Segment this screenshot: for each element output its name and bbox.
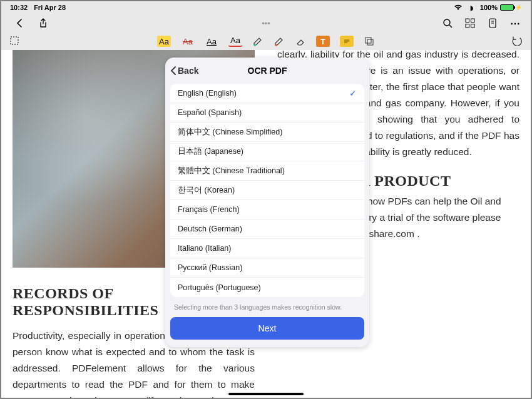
svg-rect-6 (11, 37, 18, 44)
lang-option-japanese[interactable]: 日本語 (Japanese) (170, 142, 364, 161)
back-icon[interactable] (14, 18, 25, 29)
lang-option-russian[interactable]: Русский (Russian) (170, 258, 364, 278)
language-list[interactable]: English (English)✓ Español (Spanish) 简体中… (170, 84, 364, 297)
svg-rect-8 (367, 39, 373, 45)
marker-red-icon[interactable] (274, 36, 285, 47)
check-icon: ✓ (349, 88, 357, 98)
battery-percent: 100% (480, 4, 498, 11)
wifi-icon (453, 2, 464, 13)
charging-icon: ⚡ (515, 4, 522, 11)
lang-option-korean[interactable]: 한국어 (Korean) (170, 181, 364, 200)
more-icon[interactable]: ⋯ (509, 18, 521, 29)
lang-option-german[interactable]: Deutsch (German) (170, 220, 364, 239)
svg-rect-3 (466, 24, 469, 28)
modal-header: Back OCR PDF (165, 58, 369, 84)
share-icon[interactable] (38, 18, 49, 29)
svg-point-0 (444, 19, 450, 26)
lang-option-spanish[interactable]: Español (Spanish) (170, 103, 364, 123)
status-time: 10:32 (10, 4, 28, 11)
lang-option-italian[interactable]: Italiano (Italian) (170, 239, 364, 258)
battery-icon (500, 4, 514, 11)
squiggly-tool[interactable]: Aa (228, 36, 242, 47)
undo-icon[interactable] (511, 35, 522, 46)
eraser-icon[interactable] (295, 36, 306, 47)
moon-icon: ◗ (466, 2, 478, 13)
ocr-modal: Back OCR PDF English (English)✓ Español … (165, 58, 369, 347)
textbox-tool[interactable]: T (316, 36, 330, 47)
svg-rect-4 (471, 24, 475, 28)
search-icon[interactable] (442, 18, 453, 29)
svg-rect-1 (466, 19, 469, 23)
lang-option-chinese-traditional[interactable]: 繁體中文 (Chinese Traditional) (170, 161, 364, 181)
svg-rect-7 (366, 38, 371, 43)
back-label: Back (178, 66, 198, 76)
highlight-tool[interactable]: Aa (157, 36, 171, 47)
lang-option-portuguese[interactable]: Português (Portuguese) (170, 278, 364, 297)
lang-option-french[interactable]: Français (French) (170, 200, 364, 220)
status-bar: 10:32 Fri Apr 28 ◗ 100% ⚡ (1, 1, 531, 14)
strikethrough-tool[interactable]: Aa (181, 36, 195, 47)
sticky-note-tool[interactable] (340, 36, 354, 47)
stamp-tool-icon[interactable] (364, 36, 375, 47)
annotation-toolbar: Aa Aa Aa Aa T (1, 33, 531, 50)
svg-rect-2 (471, 19, 475, 23)
lang-option-english[interactable]: English (English)✓ (170, 84, 364, 103)
marker-green-icon[interactable] (252, 36, 263, 47)
status-date: Fri Apr 28 (34, 4, 66, 11)
lang-option-chinese-simplified[interactable]: 简体中文 (Chinese Simplified) (170, 123, 364, 142)
selection-icon[interactable] (9, 35, 20, 46)
grid-icon[interactable] (464, 18, 476, 29)
nav-bar: ••• Comment Edit PDF Fill & Sign Insert … (1, 14, 531, 33)
home-indicator[interactable] (228, 393, 304, 395)
modal-hint: Selecting more than 3 languages makes re… (165, 297, 369, 315)
back-button[interactable]: Back (170, 58, 198, 84)
modal-title: OCR PDF (248, 66, 287, 76)
bookmark-icon[interactable] (487, 18, 498, 29)
next-button[interactable]: Next (170, 317, 364, 340)
underline-tool[interactable]: Aa (205, 36, 218, 47)
overflow-ellipsis[interactable]: ••• (262, 19, 270, 28)
